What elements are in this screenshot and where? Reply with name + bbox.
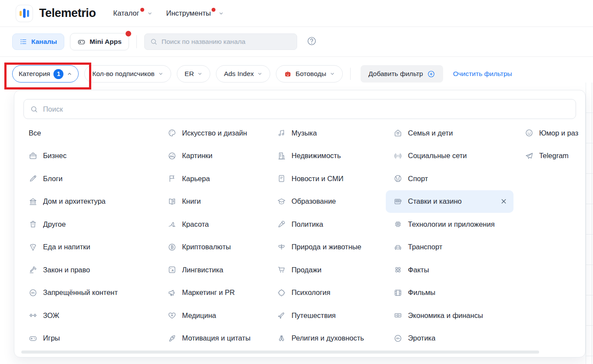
category-item-продажи[interactable]: Продажи	[277, 258, 394, 281]
category-item-карьера[interactable]: Карьера	[168, 167, 277, 190]
category-item-label: Продажи	[292, 266, 321, 274]
category-item-дом-и-архитектура[interactable]: Дом и архитектура	[29, 190, 168, 213]
bitcoin-icon	[168, 243, 176, 251]
filter-pill-label: Кол-во подписчиков	[92, 70, 154, 78]
category-item-факты[interactable]: Факты	[394, 258, 525, 281]
category-item-маркетинг-и-pr[interactable]: Маркетинг и PR	[168, 281, 277, 304]
category-item-label: Игры	[43, 334, 60, 342]
category-item-зож[interactable]: ЗОЖ	[29, 304, 168, 327]
divider	[350, 68, 351, 80]
category-item-фильмы[interactable]: Фильмы	[394, 281, 525, 304]
category-item-закон-и-право[interactable]: Закон и право	[29, 258, 168, 281]
category-item-бизнес[interactable]: Бизнес	[29, 145, 168, 168]
rocket-icon	[168, 334, 176, 343]
category-item-запрещённый-контент[interactable]: Запрещённый контент	[29, 281, 168, 304]
category-item-религия-и-духовность[interactable]: Религия и духовность	[277, 327, 394, 350]
category-item-игры[interactable]: Игры	[29, 327, 168, 350]
filter-pill-ботоводы[interactable]: Ботоводы	[276, 65, 343, 83]
telemetrio-app: Telemetrio КаталогИнструменты Каналы Min…	[0, 0, 593, 364]
category-item-блоги[interactable]: Блоги	[29, 167, 168, 190]
category-item-путешествия[interactable]: Путешествия	[277, 304, 394, 327]
category-item-label: Карьера	[182, 175, 210, 183]
toolbar: Каналы Mini Apps	[0, 27, 593, 57]
filter-pill-ads-index[interactable]: Ads Index	[216, 65, 270, 83]
help-icon[interactable]	[307, 36, 317, 48]
category-item-все[interactable]: Все	[29, 122, 168, 145]
category-item-природа-и-животные[interactable]: Природа и животные	[277, 236, 394, 259]
logo-bar-blue	[23, 9, 26, 18]
category-item-политика[interactable]: Политика	[277, 213, 394, 236]
filter-pill-er[interactable]: ER	[177, 65, 211, 83]
filter-bar: Категория 1 Кол-во подписчиковERAds Inde…	[0, 57, 593, 83]
puzzle-icon	[277, 288, 286, 297]
category-item-label: Транспорт	[408, 243, 442, 251]
category-item-семья-и-дети[interactable]: Семья и дети	[394, 122, 525, 145]
category-item-криптовалюты[interactable]: Криптовалюты	[168, 236, 277, 259]
category-item-label: Картинки	[182, 152, 212, 160]
logo-bar-yellow	[20, 11, 22, 16]
category-item-мотивация-и-цитаты[interactable]: Мотивация и цитаты	[168, 327, 277, 350]
category-item-книги[interactable]: Книги	[168, 190, 277, 213]
megaphone-icon	[168, 288, 176, 297]
category-item-недвижимость[interactable]: Недвижимость	[277, 145, 394, 168]
category-search	[23, 99, 576, 119]
category-item-label: Спорт	[408, 175, 428, 183]
category-item-экономика-и-финансы[interactable]: Экономика и финансы	[394, 304, 525, 327]
mini-apps-tab[interactable]: Mini Apps	[70, 33, 129, 50]
category-item-telegram[interactable]: Telegram	[525, 145, 585, 168]
nav-item-каталог[interactable]: Каталог	[113, 9, 152, 17]
category-item-медицина[interactable]: Медицина	[168, 304, 277, 327]
gamepad-icon	[77, 38, 86, 46]
category-item-label: Блоги	[43, 175, 63, 183]
gamepad-icon	[29, 334, 37, 343]
channel-search-input[interactable]	[162, 38, 292, 46]
clear-filters-link[interactable]: Очистить фильтры	[453, 70, 512, 78]
category-item-еда-и-напитки[interactable]: Еда и напитки	[29, 236, 168, 259]
age18-icon	[394, 334, 402, 343]
category-item-транспорт[interactable]: Транспорт	[394, 236, 525, 259]
category-item-социальные-сети[interactable]: Социальные сети	[394, 145, 525, 168]
category-item-эротика[interactable]: Эротика	[394, 327, 525, 350]
category-item-технологии-и-приложения[interactable]: Технологии и приложения	[394, 213, 525, 236]
category-item-label: Социальные сети	[408, 152, 467, 160]
butterfly-icon	[277, 243, 286, 251]
category-item-label: Маркетинг и PR	[182, 288, 235, 297]
category-item-музыка[interactable]: Музыка	[277, 122, 394, 145]
category-item-красота[interactable]: Красота	[168, 213, 277, 236]
telemetrio-logo[interactable]: Telemetrio	[16, 5, 96, 22]
category-item-label: Семья и дети	[408, 129, 453, 137]
category-filter-label: Категория	[19, 70, 50, 78]
gavel-icon	[29, 265, 37, 274]
mini-apps-tab-label: Mini Apps	[89, 38, 121, 46]
notification-dot	[140, 8, 144, 12]
category-item-новости-и-сми[interactable]: Новости и СМИ	[277, 167, 394, 190]
category-item-label: Политика	[292, 220, 323, 228]
telemetrio-logo-icon	[16, 5, 33, 22]
category-item-картинки[interactable]: Картинки	[168, 145, 277, 168]
brand-title: Telemetrio	[39, 7, 96, 20]
dumbbell-icon	[29, 311, 37, 320]
category-search-input[interactable]	[43, 105, 570, 113]
filter-pills: Кол-во подписчиковERAds IndexБотоводы	[84, 65, 342, 83]
category-item-психология[interactable]: Психология	[277, 281, 394, 304]
horizontal-scrollbar-thumb[interactable]	[21, 351, 539, 354]
atom-icon	[394, 265, 402, 274]
channels-tab[interactable]: Каналы	[12, 33, 64, 50]
category-filter-button[interactable]: Категория 1	[12, 65, 79, 83]
category-item-ставки-и-казино[interactable]: Ставки и казино	[386, 190, 513, 213]
category-item-label: Лингвистика	[182, 266, 223, 274]
remove-category-icon[interactable]	[500, 198, 507, 205]
category-item-искусство-и-дизайн[interactable]: Искусство и дизайн	[168, 122, 277, 145]
nav-item-инструменты[interactable]: Инструменты	[166, 9, 224, 17]
category-item-юмор-и-раз[interactable]: Юмор и раз	[525, 122, 585, 145]
document-icon	[277, 174, 286, 183]
category-item-образование[interactable]: Образование	[277, 190, 394, 213]
category-item-лингвистика[interactable]: Лингвистика	[168, 258, 277, 281]
add-filter-button[interactable]: Добавить фильтр	[361, 65, 443, 83]
category-item-спорт[interactable]: Спорт	[394, 167, 525, 190]
category-item-label: Природа и животные	[292, 243, 361, 251]
pray-icon	[277, 334, 286, 343]
category-item-label: Образование	[292, 197, 336, 205]
category-item-другое[interactable]: Другое	[29, 213, 168, 236]
filter-pill-кол-во-подписчиков[interactable]: Кол-во подписчиков	[84, 65, 171, 83]
